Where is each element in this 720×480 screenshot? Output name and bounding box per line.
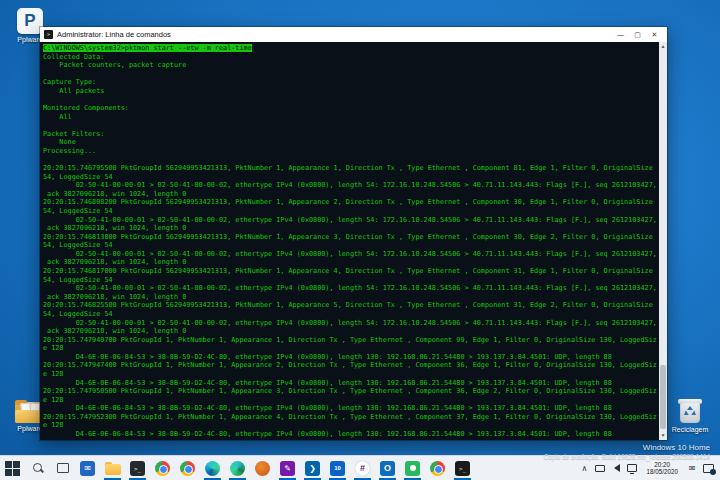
console-line: e 128 xyxy=(43,421,658,430)
console-line: ack 3827096218, win 1024, length 0 xyxy=(43,327,658,336)
vscode-icon: ❯ xyxy=(305,461,320,476)
taskbar-item-edge-dev[interactable] xyxy=(225,456,250,480)
taskbar-item-chrome[interactable] xyxy=(150,456,175,480)
console-scrollbar[interactable]: ▲ ▼ xyxy=(659,42,667,440)
taskbar-item-vscode[interactable]: ❯ xyxy=(300,456,325,480)
console-line: 54, LoggedSize 54 xyxy=(43,207,658,216)
console-line: ack 3827096218, win 1024, length 0 xyxy=(43,190,658,199)
taskbar-item-slack[interactable]: # xyxy=(350,456,375,480)
taskbar-item-green-app[interactable] xyxy=(400,456,425,480)
desktop-icon-label: Reciclagem xyxy=(664,426,716,434)
console-line: e 128 xyxy=(43,396,658,405)
search-icon xyxy=(32,462,44,474)
command-prompt-icon: >_ xyxy=(130,461,145,476)
console-line: 20:20:15.747952300 PktGroupId 1, PktNumb… xyxy=(43,413,658,422)
terminal-icon: >_ xyxy=(455,461,470,476)
taskbar-item-blue-app[interactable]: ✉ xyxy=(75,456,100,480)
windows-watermark: Windows 10 Home Cópia de avaliação. Buil… xyxy=(544,443,710,460)
slack-icon: # xyxy=(355,461,370,476)
console-line: 54, LoggedSize 54 xyxy=(43,276,658,285)
watermark-edition: Windows 10 Home xyxy=(544,443,710,452)
console-line xyxy=(43,95,658,104)
taskbar-item-purple-app[interactable]: ✎ xyxy=(275,456,300,480)
chrome-icon xyxy=(180,461,195,476)
console-line: D4-6E-0E-06-84-53 > 38-8B-59-D2-4C-80, e… xyxy=(43,404,658,413)
taskbar-item-command-prompt[interactable]: >_ xyxy=(125,456,150,480)
task-view-icon xyxy=(57,463,69,473)
console-line: 20:20:15.746795500 PktGroupId 5629499534… xyxy=(43,164,658,173)
chrome-icon xyxy=(155,461,170,476)
console-line: 20:20:15.746817000 PktGroupId 5629499534… xyxy=(43,267,658,276)
scrollbar-thumb[interactable] xyxy=(660,365,666,429)
start-button[interactable] xyxy=(0,456,25,480)
edge-dev-icon xyxy=(230,461,245,476)
console-line: Collected Data: xyxy=(43,53,658,62)
console-line: e 128 xyxy=(43,344,658,353)
task-view-button[interactable] xyxy=(50,456,75,480)
console-line: 02-50-41-00-00-01 > 02-50-41-00-00-02, e… xyxy=(43,319,658,328)
console-line: 20:20:15.747950500 PktGroupId 1, PktNumb… xyxy=(43,387,658,396)
console-line: 02-50-41-00-00-01 > 02-50-41-00-00-02, e… xyxy=(43,250,658,259)
console-area[interactable]: C:\WINDOWS\system32>pktmon start --etw -… xyxy=(40,42,667,440)
console-line: ack 3827096218, win 1024, length 0 xyxy=(43,293,658,302)
console-line: D4-6E-0E-06-84-53 > 38-8B-59-D2-4C-80, e… xyxy=(43,379,658,388)
console-line: 20:20:15.746813800 PktGroupId 5629499534… xyxy=(43,233,658,242)
outlook-icon: O xyxy=(380,461,395,476)
console-line: 20:20:15.746825500 PktGroupId 5629499534… xyxy=(43,301,658,310)
console-line: D4-6E-0E-06-84-53 > 38-8B-59-D2-4C-80, e… xyxy=(43,430,658,439)
maximize-button[interactable]: ▢ xyxy=(629,27,646,42)
taskbar-item-windows10-app[interactable]: 10 xyxy=(325,456,350,480)
chrome-canary-icon xyxy=(430,461,445,476)
console-line: 02-50-41-00-00-01 > 02-50-41-00-00-02, e… xyxy=(43,284,658,293)
notification-badge xyxy=(710,469,716,475)
taskbar-item-chrome-profile[interactable] xyxy=(175,456,200,480)
console-line xyxy=(43,156,658,165)
console-line: Monitored Components: xyxy=(43,104,658,113)
console-line: All xyxy=(43,113,658,122)
green-app-icon xyxy=(405,461,420,476)
console-line: 54, LoggedSize 54 xyxy=(43,241,658,250)
recycle-bin-icon xyxy=(677,396,703,424)
console-line: C:\WINDOWS\system32>pktmon start --etw -… xyxy=(43,44,658,53)
pen-app-icon: ✎ xyxy=(280,461,295,476)
console-line: ack 3827096218, win 1024, length 0 xyxy=(43,224,658,233)
close-button[interactable]: ✕ xyxy=(646,27,663,42)
console-line: Packet Filters: xyxy=(43,130,658,139)
windows-logo-icon xyxy=(5,461,20,476)
command-prompt-window[interactable]: > Administrator: Linha de comandos — ▢ ✕… xyxy=(40,27,667,440)
window-titlebar[interactable]: > Administrator: Linha de comandos — ▢ ✕ xyxy=(40,27,667,42)
console-line xyxy=(43,70,658,79)
console-line: Capture Type: xyxy=(43,78,658,87)
taskbar-clock[interactable]: 20:20 18/05/2020 xyxy=(640,461,684,476)
taskbar-item-brave[interactable] xyxy=(250,456,275,480)
taskbar-item-outlook[interactable]: O xyxy=(375,456,400,480)
taskbar-item-file-explorer[interactable] xyxy=(100,456,125,480)
console-line: All packets xyxy=(43,87,658,96)
console-line: 54, LoggedSize 54 xyxy=(43,310,658,319)
desktop: P Pplware Pplware Reciclagem Windows 10 … xyxy=(0,0,720,480)
file-explorer-icon xyxy=(105,462,121,475)
recycle-arrows-icon xyxy=(683,406,697,418)
taskbar-search-button[interactable] xyxy=(25,456,50,480)
brave-icon xyxy=(255,461,270,476)
console-line: None xyxy=(43,138,658,147)
console-line: 20:20:15.746808200 PktGroupId 5629499534… xyxy=(43,198,658,207)
scroll-up-icon[interactable]: ▲ xyxy=(659,42,667,51)
console-line: 54, LoggedSize 54 xyxy=(43,173,658,182)
taskbar-item-edge[interactable] xyxy=(200,456,225,480)
taskbar-item-chrome-canary[interactable] xyxy=(425,456,450,480)
taskbar-item-windows-terminal[interactable]: >_ xyxy=(450,456,475,480)
desktop-icon-recycle-bin[interactable]: Reciclagem xyxy=(664,396,716,434)
console-line: ack 3827096218, win 1024, length 0 xyxy=(43,258,658,267)
blue-app-icon: ✉ xyxy=(80,461,95,476)
minimize-button[interactable]: — xyxy=(612,27,629,42)
console-line: 02-50-41-00-00-01 > 02-50-41-00-00-02, e… xyxy=(43,181,658,190)
console-line: 20:20:15.747940700 PktGroupId 1, PktNumb… xyxy=(43,336,658,345)
console-line: Packet counters, packet capture xyxy=(43,61,658,70)
scroll-down-icon[interactable]: ▼ xyxy=(659,431,667,440)
console-line xyxy=(43,121,658,130)
console-line: Processing... xyxy=(43,147,658,156)
windows10-app-icon: 10 xyxy=(330,461,345,476)
clock-date: 18/05/2020 xyxy=(646,468,678,476)
window-title: Administrator: Linha de comandos xyxy=(57,30,612,39)
